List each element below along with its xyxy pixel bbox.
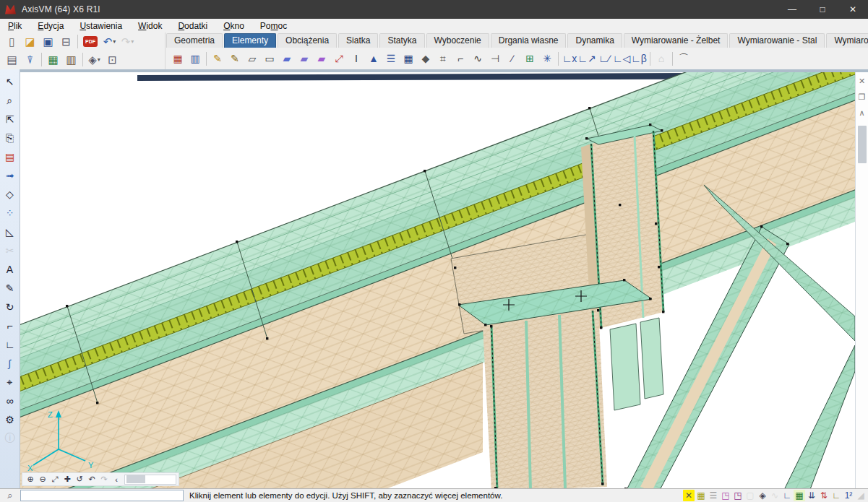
tab-wyboczenie[interactable]: Wyboczenie bbox=[426, 33, 489, 48]
minimize-button[interactable]: — bbox=[777, 0, 807, 19]
stories-button[interactable]: ⍒ bbox=[21, 51, 39, 68]
edge-hinge-button[interactable]: ⌐ bbox=[452, 50, 469, 67]
view-zoom-in-button[interactable]: ⊕ bbox=[25, 475, 36, 485]
menu-okno[interactable]: Okno bbox=[215, 20, 252, 32]
table-browser-button[interactable]: ▦ bbox=[44, 51, 62, 68]
selection-delete-toggle[interactable]: ✕ bbox=[683, 490, 695, 501]
view-pan-button[interactable]: ✚ bbox=[61, 475, 73, 485]
material-table-button[interactable]: ▦ bbox=[169, 50, 186, 67]
domain-3d-button[interactable]: ▰ bbox=[313, 50, 330, 67]
dropdown-caret[interactable]: ▾ bbox=[98, 57, 100, 63]
section-line-button[interactable]: ∫ bbox=[2, 355, 18, 371]
menu-dodatki[interactable]: Dodatki bbox=[170, 20, 215, 32]
settings-button[interactable]: ⚙ bbox=[2, 412, 18, 428]
axes-small-toggle[interactable]: ∟ bbox=[830, 490, 842, 501]
link-elements-button[interactable]: ⌗ bbox=[434, 50, 452, 67]
cross-section-table-button[interactable]: ▥ bbox=[186, 50, 204, 67]
search-input[interactable] bbox=[20, 490, 184, 501]
render-button[interactable]: ⌖ bbox=[2, 374, 18, 390]
fitting-button[interactable]: ⌐ bbox=[2, 318, 18, 334]
draw-line-element-button[interactable]: ✎ bbox=[226, 50, 244, 67]
surface-support-button[interactable]: ▦ bbox=[400, 50, 417, 67]
vertical-arrows-toggle[interactable]: ⇊ bbox=[806, 490, 817, 501]
local-x-direction-button[interactable]: ∟x bbox=[561, 50, 578, 67]
local-beta-angle-button[interactable]: ∟β bbox=[630, 50, 648, 67]
scroll-up-button[interactable]: ∧ bbox=[857, 107, 867, 118]
node-mesh-button[interactable]: ⊞ bbox=[521, 50, 538, 67]
tab-wymiarowanie-stal[interactable]: Wymiarowanie - Stal bbox=[729, 33, 825, 48]
line-support-button[interactable]: ☰ bbox=[382, 50, 400, 67]
line-elements-button[interactable]: ⤢ bbox=[330, 50, 348, 67]
local-axes-toggle[interactable]: ∟ bbox=[781, 490, 793, 501]
translate-button[interactable]: ➟ bbox=[2, 168, 18, 183]
local-direction-button[interactable]: ∟↗ bbox=[578, 50, 596, 67]
pdf-export-button[interactable]: PDF bbox=[83, 36, 98, 47]
tab-elementy[interactable]: Elementy bbox=[224, 33, 276, 48]
modify-node-button[interactable]: ◇ bbox=[2, 186, 18, 202]
spring-element-button[interactable]: ∿ bbox=[469, 50, 486, 67]
print-button[interactable]: ⊟ bbox=[57, 33, 75, 50]
rotate-button[interactable]: ↻ bbox=[2, 299, 18, 315]
domain-button[interactable]: ▱ bbox=[244, 50, 261, 67]
viewport-restore-button[interactable]: ❐ bbox=[857, 91, 867, 103]
new-file-button[interactable]: ▯ bbox=[3, 33, 21, 50]
viewport-close-button[interactable]: ✕ bbox=[857, 75, 867, 87]
tab-geometria[interactable]: Geometria bbox=[166, 33, 223, 48]
local-z-direction-button[interactable]: ∟∕ bbox=[596, 50, 613, 67]
zoom-button[interactable]: ⌕ bbox=[2, 92, 18, 108]
menu-widok[interactable]: Widok bbox=[130, 20, 170, 32]
mesh-display-toggle[interactable]: ▦ bbox=[794, 490, 805, 501]
degrees-of-freedom-button[interactable]: ✳ bbox=[538, 50, 556, 67]
undo-button[interactable]: ↶▾ bbox=[100, 33, 119, 50]
menu-edycja[interactable]: Edycja bbox=[30, 20, 72, 32]
tab-wymiarowanie-zelbet[interactable]: Wymiarowanie - Żelbet bbox=[624, 33, 729, 48]
array-copy-button[interactable]: ⁘ bbox=[2, 205, 18, 221]
menu-pomoc[interactable]: Pomoc bbox=[252, 20, 295, 32]
drawing-library-button[interactable]: ◈▾ bbox=[85, 51, 103, 68]
domain-intersect-button[interactable]: ▰ bbox=[278, 50, 296, 67]
horizontal-scrollbar-thumb[interactable] bbox=[126, 475, 145, 483]
bridge-monitor-button[interactable]: ⌒ bbox=[675, 50, 692, 67]
menu-ustawienia[interactable]: Ustawienia bbox=[72, 20, 130, 32]
nodal-support-button[interactable]: ▲ bbox=[365, 50, 382, 67]
domain-union-button[interactable]: ▰ bbox=[296, 50, 313, 67]
rib-button[interactable]: ◆ bbox=[417, 50, 434, 67]
save-file-button[interactable]: ▣ bbox=[39, 33, 57, 50]
steps-button[interactable]: ∟ bbox=[2, 337, 18, 352]
gap-element-button[interactable]: ⊣ bbox=[486, 50, 504, 67]
menu-plik[interactable]: Plik bbox=[0, 20, 30, 32]
tab-obciazenia[interactable]: Obciążenia bbox=[278, 33, 337, 48]
sort-arrows-toggle[interactable]: ⇅ bbox=[818, 490, 830, 501]
workplane-toggle[interactable]: ◳ bbox=[720, 490, 731, 501]
surface-elements-button[interactable]: I bbox=[348, 50, 365, 67]
view-zoom-out-button[interactable]: ⊖ bbox=[37, 475, 48, 485]
tab-dynamika[interactable]: Dynamika bbox=[567, 33, 622, 48]
dimension-lines-button[interactable]: A bbox=[2, 261, 18, 277]
grid-snap-toggle[interactable]: ▦ bbox=[695, 490, 707, 501]
local-reference-button[interactable]: ∟◁ bbox=[613, 50, 630, 67]
edit-plane-button[interactable]: ✎ bbox=[2, 280, 18, 296]
domain-with-hole-button[interactable]: ▭ bbox=[261, 50, 278, 67]
workplane-bold-toggle[interactable]: ◳ bbox=[732, 490, 744, 501]
display-options-button[interactable]: ∞ bbox=[2, 393, 18, 409]
open-file-button[interactable]: ◪ bbox=[21, 33, 39, 50]
view-zoom-fit-button[interactable]: ⤢ bbox=[49, 475, 61, 485]
view-undo-button[interactable]: ↶ bbox=[86, 475, 98, 485]
maximize-button[interactable]: □ bbox=[807, 0, 838, 19]
select-cursor-button[interactable]: ↖ bbox=[2, 74, 18, 90]
geometry-tools-button[interactable]: ◺ bbox=[2, 224, 18, 240]
draw-directly-button[interactable]: ✎ bbox=[209, 50, 226, 67]
truss-element-button[interactable]: ∕ bbox=[504, 50, 521, 67]
dropdown-caret[interactable]: ▾ bbox=[131, 39, 134, 45]
horizontal-scrollbar[interactable] bbox=[124, 475, 176, 485]
collapse-button[interactable]: ‹ bbox=[111, 475, 122, 485]
vertical-scrollbar-thumb[interactable] bbox=[858, 126, 867, 163]
close-button[interactable]: ✕ bbox=[838, 0, 868, 19]
dropdown-caret[interactable]: ▾ bbox=[113, 39, 116, 45]
tab-siatka[interactable]: Siatka bbox=[338, 33, 378, 48]
views-button[interactable]: ⇱ bbox=[2, 111, 18, 127]
table-list-toggle[interactable]: ☰ bbox=[708, 490, 719, 501]
unit-exponent-toggle[interactable]: 1² bbox=[843, 490, 854, 501]
model-viewport[interactable]: Z X Y ✕ ❐ ∧ ⊕⊖⤢✚↺↶↷‹ bbox=[20, 69, 868, 488]
node-modifier-toggle[interactable]: ◈ bbox=[757, 490, 768, 501]
